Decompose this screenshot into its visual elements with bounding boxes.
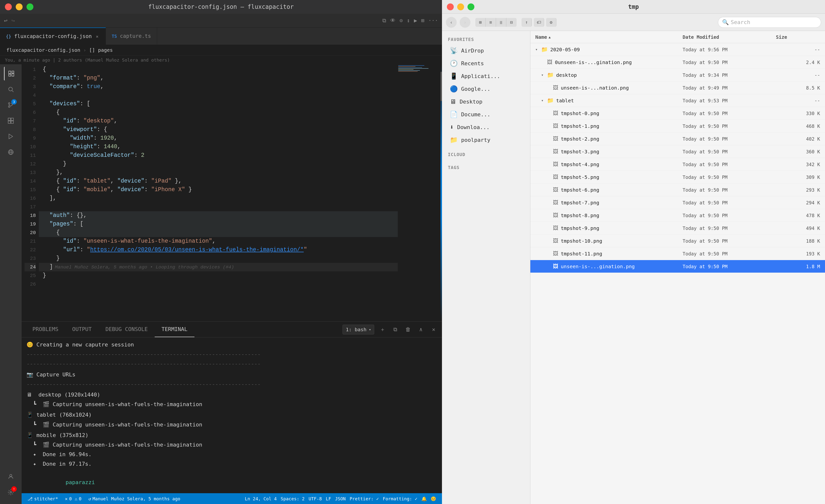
file-row-tmpshot-0[interactable]: 🖼 tmpshot-0.png Today at 9:50 PM 330 K	[530, 107, 825, 120]
code-content[interactable]: { "format": "png", "compare": true, "dev…	[39, 64, 398, 321]
account-icon[interactable]	[4, 470, 18, 483]
sidebar-item-desktop[interactable]: 🖥 Desktop	[444, 95, 528, 108]
terminal-content[interactable]: 😊 Creating a new caputre session -------…	[22, 337, 442, 493]
open-changes-icon[interactable]: ⊙	[399, 17, 403, 23]
folder-expand-icon[interactable]: ▾	[541, 73, 547, 77]
remote-icon[interactable]	[4, 145, 18, 159]
back-button[interactable]: ‹	[446, 17, 457, 28]
extensions-icon[interactable]	[4, 114, 18, 128]
close-button[interactable]	[5, 3, 12, 10]
file-row-0unseen[interactable]: 🖼 0unseen-is-...gination.png Today at 9:…	[530, 56, 825, 69]
action-button[interactable]: ⚙	[546, 18, 556, 27]
debug-console-tab[interactable]: DEBUG CONSOLE	[98, 322, 154, 337]
file-row-tmpshot-1[interactable]: 🖼 tmpshot-1.png Today at 9:50 PM 468 K	[530, 120, 825, 133]
sidebar-item-poolparty[interactable]: 📁 poolparty	[444, 134, 528, 146]
errors-warnings-status[interactable]: ✕ 0 ⚠ 0	[63, 493, 83, 504]
breadcrumb-file[interactable]: fluxcapacitor-config.json	[6, 47, 80, 53]
file-row-tmpshot-10[interactable]: 🖼 tmpshot-10.png Today at 9:50 PM 188 K	[530, 235, 825, 247]
maximize-panel-button[interactable]: ∧	[417, 325, 425, 334]
delete-terminal-button[interactable]: 🗑	[404, 325, 412, 334]
language-status[interactable]: JSON	[333, 496, 348, 501]
file-row-tmpshot-5[interactable]: 🖼 tmpshot-5.png Today at 9:50 PM 309 K	[530, 171, 825, 183]
sidebar-item-recents[interactable]: 🕐 Recents	[444, 57, 528, 69]
tag-button[interactable]: 🏷	[534, 18, 544, 27]
code-editor[interactable]: 1 2 3 4 5 6 7 8 9 10 11 12 13 14 15 16 1	[22, 64, 442, 321]
sidebar-item-google[interactable]: 🔵 Google...	[444, 83, 528, 95]
tab-fluxcapacitor-config[interactable]: {} fluxcapacitor-config.json ×	[0, 27, 106, 45]
debug-icon[interactable]	[4, 130, 18, 143]
forward-button[interactable]: ›	[460, 17, 470, 28]
file-row-desktop[interactable]: ▾ 📁 desktop Today at 9:34 PM --	[530, 69, 825, 81]
problems-tab[interactable]: PROBLEMS	[25, 322, 65, 337]
navigate-icon[interactable]: ↕	[407, 17, 410, 23]
file-modified: Today at 9:50 PM	[683, 174, 776, 180]
close-panel-button[interactable]: ✕	[429, 325, 438, 334]
share-button[interactable]: ↑	[522, 18, 532, 27]
sidebar-item-downloads[interactable]: ⬇ Downloa...	[444, 121, 528, 133]
tab-capture-ts[interactable]: TS capture.ts	[106, 27, 157, 45]
terminal-shell-chevron[interactable]: ▾	[369, 328, 371, 332]
file-row-tmpshot-3[interactable]: 🖼 tmpshot-3.png Today at 9:50 PM 360 K	[530, 145, 825, 158]
encoding-status[interactable]: UTF-8	[307, 496, 324, 501]
feedback-icon[interactable]: 😊	[429, 496, 438, 501]
folder-expand-icon[interactable]: ▾	[535, 47, 541, 52]
folder-expand-icon[interactable]: ▾	[541, 98, 547, 103]
file-row-tmpshot-7[interactable]: 🖼 tmpshot-7.png Today at 9:50 PM 294 K	[530, 196, 825, 209]
line-ending-status[interactable]: LF	[324, 496, 333, 501]
sidebar-item-applications[interactable]: 📱 Applicati...	[444, 70, 528, 82]
git-sync-status[interactable]: ↺ Manuel Muñoz Solera, 5 months ago	[86, 493, 182, 504]
file-row-tmpshot-4[interactable]: 🖼 tmpshot-4.png Today at 9:50 PM 342 K	[530, 158, 825, 171]
position-status[interactable]: Ln 24, Col 4	[243, 496, 279, 501]
go-forward-icon[interactable]: ↪	[11, 17, 15, 24]
fullscreen-button[interactable]	[26, 3, 33, 10]
file-row-tmpshot-8[interactable]: 🖼 tmpshot-8.png Today at 9:50 PM 478 K	[530, 209, 825, 222]
list-view-button[interactable]: ≡	[486, 18, 496, 27]
file-modified: Today at 9:50 PM	[683, 226, 776, 231]
file-row-tmpshot-2[interactable]: 🖼 tmpshot-2.png Today at 9:50 PM 402 K	[530, 133, 825, 145]
terminal-tab[interactable]: TERMINAL	[155, 322, 195, 337]
output-tab[interactable]: OUTPUT	[65, 322, 98, 337]
icon-view-button[interactable]: ⊞	[475, 18, 486, 27]
error-count: 0	[69, 496, 72, 501]
size-column-header[interactable]: Size	[776, 34, 820, 40]
finder-search-bar[interactable]: 🔍 Search	[718, 17, 821, 28]
git-branch-status[interactable]: ⎇ stitcher*	[25, 493, 60, 504]
source-control-icon[interactable]: 3	[4, 98, 18, 112]
file-row-tmpshot-9[interactable]: 🖼 tmpshot-9.png Today at 9:50 PM 494 K	[530, 222, 825, 235]
file-row-tablet[interactable]: ▾ 📁 tablet Today at 9:53 PM --	[530, 94, 825, 107]
run-icon[interactable]: ▶	[414, 17, 417, 23]
split-editor-icon[interactable]: ⧉	[382, 17, 386, 23]
editor-layout-icon[interactable]: ⊞	[421, 17, 424, 23]
notifications-icon[interactable]: 🔔	[420, 496, 429, 501]
sidebar-item-airdrop[interactable]: 📡 AirDrop	[444, 45, 528, 57]
modified-column-header[interactable]: Date Modified	[683, 34, 776, 40]
spaces-status[interactable]: Spaces: 2	[279, 496, 307, 501]
minimize-button[interactable]	[16, 3, 22, 10]
finder-fullscreen-button[interactable]	[467, 3, 474, 10]
column-view-button[interactable]: ⫼	[496, 18, 506, 27]
explorer-icon[interactable]	[4, 67, 18, 80]
settings-icon[interactable]: !	[4, 485, 18, 499]
gallery-view-button[interactable]: ⊟	[506, 18, 517, 27]
new-terminal-button[interactable]: ＋	[378, 325, 387, 334]
file-row-tmpshot-6[interactable]: 🖼 tmpshot-6.png Today at 9:50 PM 293 K	[530, 183, 825, 196]
finder-close-button[interactable]	[447, 3, 454, 10]
file-row-unseen-gination[interactable]: 🖼 unseen-is-...gination.png Today at 9:5…	[530, 260, 825, 273]
name-column-header[interactable]: Name ▲	[535, 34, 683, 40]
breadcrumb-section[interactable]: [] pages	[89, 47, 113, 53]
code-line-4	[39, 91, 398, 100]
png-file-icon: 🖼	[553, 161, 558, 167]
file-row-tmpshot-11[interactable]: 🖼 tmpshot-11.png Today at 9:50 PM 193 K	[530, 247, 825, 260]
formatting-status[interactable]: Formatting: ✓	[381, 496, 420, 501]
finder-minimize-button[interactable]	[457, 3, 464, 10]
more-actions-icon[interactable]: ···	[428, 17, 438, 23]
prettier-status[interactable]: Prettier: ✓	[348, 496, 381, 501]
preview-icon[interactable]: 👁	[390, 17, 395, 23]
go-back-icon[interactable]: ↩	[4, 17, 7, 24]
file-row-2020-05-09[interactable]: ▾ 📁 2020-05-09 Today at 9:56 PM --	[530, 43, 825, 56]
sidebar-item-documents[interactable]: 📄 Docume...	[444, 108, 528, 120]
search-icon[interactable]	[4, 82, 18, 96]
split-terminal-button[interactable]: ⧉	[391, 325, 400, 334]
tab-close-button[interactable]: ×	[95, 34, 100, 39]
file-row-unseen-nation[interactable]: 🖼 unseen-is-...nation.png Today at 9:49 …	[530, 81, 825, 94]
